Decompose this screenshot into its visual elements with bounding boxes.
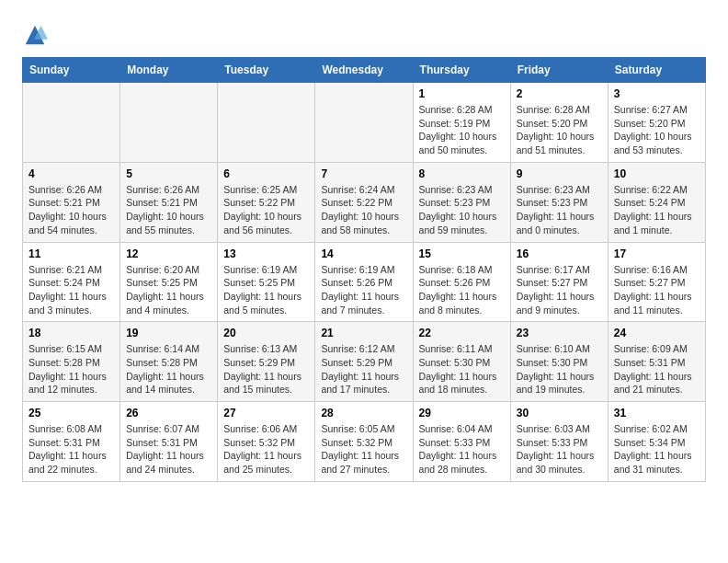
day-number: 2 <box>517 87 602 100</box>
calendar-week-4: 25Sunrise: 6:08 AMSunset: 5:31 PMDayligh… <box>23 402 706 482</box>
day-info: Sunrise: 6:08 AMSunset: 5:31 PMDaylight:… <box>28 422 114 477</box>
day-info: Sunrise: 6:18 AMSunset: 5:26 PMDaylight:… <box>419 263 505 317</box>
day-info: Sunrise: 6:22 AMSunset: 5:24 PMDaylight:… <box>614 183 700 237</box>
calendar-cell: 16Sunrise: 6:17 AMSunset: 5:27 PMDayligh… <box>510 242 608 322</box>
calendar-cell: 5Sunrise: 6:26 AMSunset: 5:21 PMDaylight… <box>120 162 218 242</box>
calendar-cell: 2Sunrise: 6:28 AMSunset: 5:20 PMDaylight… <box>510 83 608 163</box>
day-info: Sunrise: 6:26 AMSunset: 5:21 PMDaylight:… <box>28 183 114 237</box>
day-info: Sunrise: 6:09 AMSunset: 5:31 PMDaylight:… <box>614 342 700 396</box>
calendar-week-0: 1Sunrise: 6:28 AMSunset: 5:19 PMDaylight… <box>23 83 706 163</box>
day-number: 19 <box>126 327 211 339</box>
day-number: 21 <box>321 327 406 339</box>
day-info: Sunrise: 6:13 AMSunset: 5:29 PMDaylight:… <box>223 342 309 396</box>
day-number: 24 <box>614 327 700 339</box>
calendar-week-2: 11Sunrise: 6:21 AMSunset: 5:24 PMDayligh… <box>23 242 706 322</box>
day-number: 15 <box>419 247 505 260</box>
day-info: Sunrise: 6:02 AMSunset: 5:34 PMDaylight:… <box>614 422 700 477</box>
day-number: 18 <box>28 327 114 339</box>
day-info: Sunrise: 6:24 AMSunset: 5:22 PMDaylight:… <box>321 183 406 237</box>
day-info: Sunrise: 6:20 AMSunset: 5:25 PMDaylight:… <box>126 263 211 317</box>
calendar-cell: 27Sunrise: 6:06 AMSunset: 5:32 PMDayligh… <box>218 402 315 482</box>
day-info: Sunrise: 6:27 AMSunset: 5:20 PMDaylight:… <box>614 103 700 157</box>
calendar-cell <box>23 83 120 163</box>
calendar-cell: 30Sunrise: 6:03 AMSunset: 5:33 PMDayligh… <box>510 402 608 482</box>
day-info: Sunrise: 6:12 AMSunset: 5:29 PMDaylight:… <box>321 342 406 396</box>
day-info: Sunrise: 6:04 AMSunset: 5:33 PMDaylight:… <box>419 422 505 477</box>
header-friday: Friday <box>510 58 608 83</box>
calendar-cell: 19Sunrise: 6:14 AMSunset: 5:28 PMDayligh… <box>120 322 218 402</box>
calendar-cell <box>218 83 315 163</box>
calendar-cell: 20Sunrise: 6:13 AMSunset: 5:29 PMDayligh… <box>218 322 315 402</box>
day-number: 30 <box>517 407 602 419</box>
day-info: Sunrise: 6:28 AMSunset: 5:19 PMDaylight:… <box>419 103 505 157</box>
calendar-cell: 24Sunrise: 6:09 AMSunset: 5:31 PMDayligh… <box>608 322 705 402</box>
day-info: Sunrise: 6:15 AMSunset: 5:28 PMDaylight:… <box>28 342 114 396</box>
calendar-cell: 26Sunrise: 6:07 AMSunset: 5:31 PMDayligh… <box>120 402 218 482</box>
calendar-cell: 25Sunrise: 6:08 AMSunset: 5:31 PMDayligh… <box>23 402 120 482</box>
header-monday: Monday <box>120 58 218 83</box>
day-number: 29 <box>419 407 505 419</box>
calendar-cell: 15Sunrise: 6:18 AMSunset: 5:26 PMDayligh… <box>413 242 510 322</box>
day-number: 28 <box>321 407 406 419</box>
day-number: 26 <box>126 407 211 419</box>
calendar-cell: 1Sunrise: 6:28 AMSunset: 5:19 PMDaylight… <box>413 83 510 163</box>
header-wednesday: Wednesday <box>315 58 413 83</box>
calendar-cell: 12Sunrise: 6:20 AMSunset: 5:25 PMDayligh… <box>120 242 218 322</box>
logo <box>22 22 50 48</box>
calendar-cell: 7Sunrise: 6:24 AMSunset: 5:22 PMDaylight… <box>315 162 413 242</box>
day-info: Sunrise: 6:28 AMSunset: 5:20 PMDaylight:… <box>517 103 602 157</box>
day-number: 27 <box>223 407 309 419</box>
calendar-week-3: 18Sunrise: 6:15 AMSunset: 5:28 PMDayligh… <box>23 322 706 402</box>
day-number: 4 <box>28 167 114 180</box>
day-info: Sunrise: 6:21 AMSunset: 5:24 PMDaylight:… <box>28 263 114 317</box>
calendar-cell <box>315 83 413 163</box>
header-saturday: Saturday <box>608 58 705 83</box>
day-info: Sunrise: 6:23 AMSunset: 5:23 PMDaylight:… <box>517 183 602 237</box>
calendar-cell: 8Sunrise: 6:23 AMSunset: 5:23 PMDaylight… <box>413 162 510 242</box>
calendar-body: 1Sunrise: 6:28 AMSunset: 5:19 PMDaylight… <box>23 83 706 482</box>
calendar-header: SundayMondayTuesdayWednesdayThursdayFrid… <box>23 58 706 83</box>
calendar-cell: 10Sunrise: 6:22 AMSunset: 5:24 PMDayligh… <box>608 162 705 242</box>
day-info: Sunrise: 6:14 AMSunset: 5:28 PMDaylight:… <box>126 342 211 396</box>
calendar-cell: 13Sunrise: 6:19 AMSunset: 5:25 PMDayligh… <box>218 242 315 322</box>
day-info: Sunrise: 6:17 AMSunset: 5:27 PMDaylight:… <box>517 263 602 317</box>
header-sunday: Sunday <box>23 58 120 83</box>
day-number: 1 <box>419 87 505 100</box>
day-number: 3 <box>614 87 700 100</box>
calendar-cell: 31Sunrise: 6:02 AMSunset: 5:34 PMDayligh… <box>608 402 705 482</box>
calendar-cell: 3Sunrise: 6:27 AMSunset: 5:20 PMDaylight… <box>608 83 705 163</box>
header-thursday: Thursday <box>413 58 510 83</box>
day-number: 5 <box>126 167 211 180</box>
calendar-cell: 6Sunrise: 6:25 AMSunset: 5:22 PMDaylight… <box>218 162 315 242</box>
calendar-cell: 21Sunrise: 6:12 AMSunset: 5:29 PMDayligh… <box>315 322 413 402</box>
day-number: 11 <box>28 247 114 260</box>
day-number: 23 <box>517 327 602 339</box>
day-number: 31 <box>614 407 700 419</box>
calendar-cell: 9Sunrise: 6:23 AMSunset: 5:23 PMDaylight… <box>510 162 608 242</box>
day-info: Sunrise: 6:26 AMSunset: 5:21 PMDaylight:… <box>126 183 211 237</box>
calendar-cell: 14Sunrise: 6:19 AMSunset: 5:26 PMDayligh… <box>315 242 413 322</box>
day-number: 20 <box>223 327 309 339</box>
calendar-cell: 11Sunrise: 6:21 AMSunset: 5:24 PMDayligh… <box>23 242 120 322</box>
calendar-cell <box>120 83 218 163</box>
day-info: Sunrise: 6:07 AMSunset: 5:31 PMDaylight:… <box>126 422 211 477</box>
day-info: Sunrise: 6:06 AMSunset: 5:32 PMDaylight:… <box>223 422 309 477</box>
day-info: Sunrise: 6:19 AMSunset: 5:26 PMDaylight:… <box>321 263 406 317</box>
calendar-cell: 4Sunrise: 6:26 AMSunset: 5:21 PMDaylight… <box>23 162 120 242</box>
calendar-cell: 18Sunrise: 6:15 AMSunset: 5:28 PMDayligh… <box>23 322 120 402</box>
calendar-cell: 23Sunrise: 6:10 AMSunset: 5:30 PMDayligh… <box>510 322 608 402</box>
day-info: Sunrise: 6:03 AMSunset: 5:33 PMDaylight:… <box>517 422 602 477</box>
day-number: 8 <box>419 167 505 180</box>
calendar-cell: 28Sunrise: 6:05 AMSunset: 5:32 PMDayligh… <box>315 402 413 482</box>
day-number: 7 <box>321 167 406 180</box>
day-info: Sunrise: 6:23 AMSunset: 5:23 PMDaylight:… <box>419 183 505 237</box>
calendar-cell: 22Sunrise: 6:11 AMSunset: 5:30 PMDayligh… <box>413 322 510 402</box>
day-info: Sunrise: 6:05 AMSunset: 5:32 PMDaylight:… <box>321 422 406 477</box>
calendar-table: SundayMondayTuesdayWednesdayThursdayFrid… <box>22 57 706 482</box>
day-number: 16 <box>517 247 602 260</box>
day-number: 22 <box>419 327 505 339</box>
day-number: 12 <box>126 247 211 260</box>
day-number: 13 <box>223 247 309 260</box>
day-info: Sunrise: 6:10 AMSunset: 5:30 PMDaylight:… <box>517 342 602 396</box>
day-number: 9 <box>517 167 602 180</box>
